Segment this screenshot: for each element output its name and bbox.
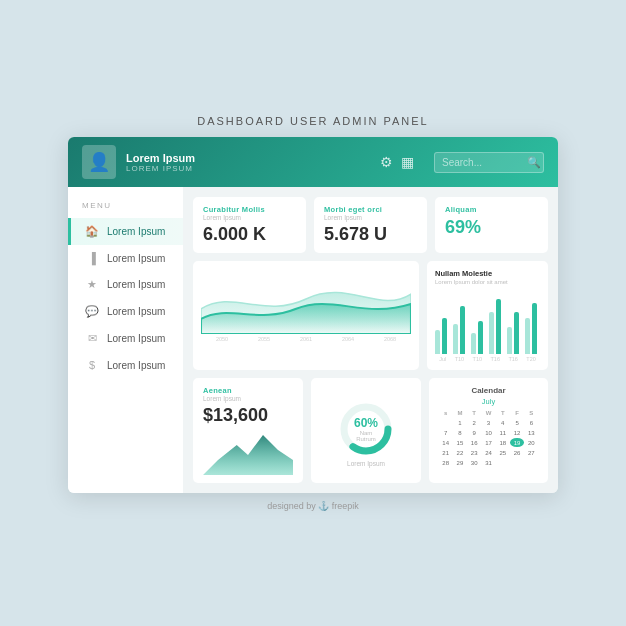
cal-header-t1: T	[468, 409, 481, 417]
cal-day[interactable]: 24	[482, 448, 495, 457]
cal-day[interactable]: 26	[510, 448, 523, 457]
footer: designed by ⚓ freepik	[267, 501, 359, 511]
bar-light-5	[525, 318, 530, 354]
cal-day[interactable]: 29	[453, 458, 466, 467]
sidebar-item-2[interactable]: ★ Lorem Ipsum	[68, 271, 183, 298]
cal-day[interactable]: 12	[510, 428, 523, 437]
stat-value-0: 6.000 K	[203, 224, 296, 245]
bar-group-0	[435, 318, 450, 354]
sidebar-item-1[interactable]: ▐ Lorem Ipsum	[68, 245, 183, 271]
bottom-left-card: Aenean Lorem Ipsum $13,600	[193, 378, 303, 483]
cal-day[interactable]: 4	[496, 418, 509, 427]
cal-day[interactable]: 27	[525, 448, 538, 457]
bar-dark-5	[532, 303, 537, 354]
sidebar-label-1: Lorem Ipsum	[107, 253, 165, 264]
search-input[interactable]	[442, 157, 522, 168]
bottom-left-sublabel: Lorem Ipsum	[203, 395, 293, 402]
bar-group-3	[489, 299, 504, 354]
donut-chart: 60% Nam Rutrum	[337, 400, 395, 458]
grid-icon[interactable]: ▦	[401, 154, 414, 170]
bottom-row: Aenean Lorem Ipsum $13,600	[193, 378, 548, 483]
cal-day[interactable]: 1	[453, 418, 466, 427]
cal-day[interactable]: 16	[468, 438, 481, 447]
cal-day[interactable]: 3	[482, 418, 495, 427]
cal-day[interactable]: 20	[525, 438, 538, 447]
area-chart-card: 2050 2055 2061 2064 2068	[193, 261, 419, 370]
sidebar-menu-label: MENU	[68, 201, 183, 218]
footer-brand: freepik	[332, 501, 359, 511]
bar-light-3	[489, 312, 494, 354]
bar-dark-4	[514, 312, 519, 354]
cal-day	[496, 458, 509, 467]
sidebar-item-3[interactable]: 💬 Lorem Ipsum	[68, 298, 183, 325]
calendar-card: Calendar July s M T W T F S 1 2	[429, 378, 548, 483]
cal-day	[510, 458, 523, 467]
cal-day[interactable]: 11	[496, 428, 509, 437]
stat-sublabel-1: Lorem Ipsum	[324, 214, 417, 221]
calendar-title: Calendar	[439, 386, 538, 395]
search-box[interactable]: 🔍	[434, 152, 544, 173]
bottom-left-label: Aenean	[203, 386, 293, 395]
user-avatar-icon: 👤	[88, 151, 110, 173]
stat-value-1: 5.678 U	[324, 224, 417, 245]
cal-day-today[interactable]: 19	[510, 438, 523, 447]
cal-header-m: M	[453, 409, 466, 417]
bar-dark-2	[478, 321, 483, 354]
cal-day[interactable]: 31	[482, 458, 495, 467]
cal-day[interactable]: 2	[468, 418, 481, 427]
cal-day[interactable]: 7	[439, 428, 452, 437]
sidebar-item-4[interactable]: ✉ Lorem Ipsum	[68, 325, 183, 352]
sidebar-item-0[interactable]: 🏠 Lorem Ipsum	[68, 218, 183, 245]
cal-header-s2: S	[525, 409, 538, 417]
search-icon: 🔍	[527, 156, 541, 169]
star-icon: ★	[85, 278, 99, 291]
bar-chart-subtitle: Lorem Ipsum dolor sit amet	[435, 279, 540, 285]
calendar-grid: s M T W T F S 1 2 3 4 5 6	[439, 409, 538, 467]
footer-text: designed by	[267, 501, 316, 511]
sidebar-label-3: Lorem Ipsum	[107, 306, 165, 317]
cal-day[interactable]: 8	[453, 428, 466, 437]
cal-day[interactable]: 25	[496, 448, 509, 457]
stat-sublabel-0: Lorem Ipsum	[203, 214, 296, 221]
sidebar-item-5[interactable]: $ Lorem Ipsum	[68, 352, 183, 378]
cal-day[interactable]: 22	[453, 448, 466, 457]
cal-header-f: F	[510, 409, 523, 417]
cal-day[interactable]: 28	[439, 458, 452, 467]
stat-label-1: Morbi eget orci	[324, 205, 417, 214]
bar-chart	[435, 289, 540, 354]
cal-day[interactable]: 5	[510, 418, 523, 427]
avatar: 👤	[82, 145, 116, 179]
bar-dark-0	[442, 318, 447, 354]
cal-day[interactable]: 17	[482, 438, 495, 447]
area-chart-x-labels: 2050 2055 2061 2064 2068	[201, 336, 411, 342]
stat-card-1: Morbi eget orci Lorem Ipsum 5.678 U	[314, 197, 427, 253]
sidebar-label-4: Lorem Ipsum	[107, 333, 165, 344]
cal-day[interactable]: 18	[496, 438, 509, 447]
cal-day[interactable]: 15	[453, 438, 466, 447]
stat-value-2: 69%	[445, 217, 538, 238]
cal-day[interactable]: 9	[468, 428, 481, 437]
gear-icon[interactable]: ⚙	[380, 154, 393, 170]
bar-light-2	[471, 333, 476, 354]
dashboard-panel: 👤 Lorem Ipsum LOREM IPSUM ⚙ ▦ 🔍 MENU 🏠 L…	[68, 137, 558, 493]
charts-row: 2050 2055 2061 2064 2068 Nullam Molestie…	[193, 261, 548, 370]
bar-group-4	[507, 312, 522, 354]
cal-day[interactable]: 13	[525, 428, 538, 437]
cal-day[interactable]: 6	[525, 418, 538, 427]
cal-header-t2: T	[496, 409, 509, 417]
bar-group-5	[525, 303, 540, 354]
cal-header-s: s	[439, 409, 452, 417]
chart-icon: ▐	[85, 252, 99, 264]
cal-day	[525, 458, 538, 467]
sidebar: MENU 🏠 Lorem Ipsum ▐ Lorem Ipsum ★ Lorem…	[68, 187, 183, 493]
donut-sub: Nam Rutrum	[352, 430, 381, 442]
mail-icon: ✉	[85, 332, 99, 345]
dollar-icon: $	[85, 359, 99, 371]
cal-day[interactable]: 30	[468, 458, 481, 467]
cal-day[interactable]: 14	[439, 438, 452, 447]
cal-day[interactable]: 21	[439, 448, 452, 457]
home-icon: 🏠	[85, 225, 99, 238]
header-username: Lorem Ipsum	[126, 152, 370, 164]
cal-day[interactable]: 23	[468, 448, 481, 457]
cal-day[interactable]: 10	[482, 428, 495, 437]
